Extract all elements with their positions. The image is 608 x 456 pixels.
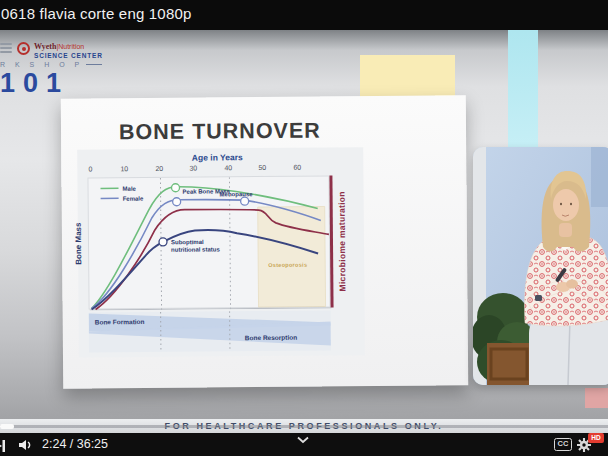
wyeth-logo: Wyeth|Nutrition SCIENCE CENTER xyxy=(34,40,103,60)
x-tick: 50 xyxy=(250,164,274,171)
wyeth-subtitle: SCIENCE CENTER xyxy=(34,52,103,60)
workshop-label: R K S H O P xyxy=(0,61,102,68)
legend-male-label: Male xyxy=(123,186,137,192)
progress-played xyxy=(0,424,14,429)
x-axis-line xyxy=(90,308,332,310)
video-player: 0618 flavia corte eng 1080p Wyeth|Nutrit… xyxy=(0,0,608,456)
workshop-number: 101 xyxy=(0,68,69,99)
peak-marker-female xyxy=(173,198,181,206)
workshop-dash xyxy=(86,64,102,66)
menopause-label: Menopause xyxy=(220,191,254,197)
y-axis-label: Bone Mass xyxy=(70,178,87,310)
osteoporosis-region xyxy=(258,206,326,307)
wyeth-division: |Nutrition xyxy=(56,43,84,50)
x-tick: 20 xyxy=(147,165,171,172)
suboptimal-label-2: nutritional status xyxy=(171,246,220,252)
osteoporosis-label: Osteoporosis xyxy=(268,262,307,268)
hd-badge: HD xyxy=(588,433,604,443)
time-display: 2:24 / 36:25 xyxy=(42,437,108,451)
progress-bar[interactable] xyxy=(0,425,608,428)
x-tick: 60 xyxy=(285,164,309,171)
presenter-video-inset xyxy=(473,147,608,385)
suboptimal-marker xyxy=(159,238,167,246)
next-button[interactable] xyxy=(0,438,7,454)
cyan-strip xyxy=(508,30,538,147)
presenter-scene xyxy=(473,147,608,385)
x-tick: 40 xyxy=(216,164,240,171)
video-title: 0618 flavia corte eng 1080p xyxy=(1,5,192,22)
menopause-marker xyxy=(241,197,249,205)
video-canvas[interactable]: Wyeth|Nutrition SCIENCE CENTER R K S H O… xyxy=(0,30,608,433)
pink-block xyxy=(585,388,608,408)
chevron-down-icon[interactable] xyxy=(296,436,310,444)
wyeth-name: Wyeth xyxy=(34,42,56,51)
yellow-note-block xyxy=(360,55,455,100)
plot-area: Male Female Peak Bone Mass Menopause Sub… xyxy=(87,175,330,309)
cc-button[interactable]: CC xyxy=(554,438,572,451)
player-controls: 2:24 / 36:25 CC HD xyxy=(0,433,608,456)
legend-female-label: Female xyxy=(123,196,144,202)
volume-icon[interactable] xyxy=(17,437,33,453)
x-tick: 10 xyxy=(112,165,136,172)
bone-mass-chart: Age in Years 0 10 20 30 40 50 60 xyxy=(77,147,365,357)
microbiome-axis-label: Microbiome maturation xyxy=(333,175,350,307)
video-titlebar: 0618 flavia corte eng 1080p xyxy=(0,0,608,30)
peak-marker-male xyxy=(171,184,179,192)
formation-resorption-band: Bone Formation Bone Resorption xyxy=(89,310,331,352)
suboptimal-label-1: Suboptimal xyxy=(171,239,204,245)
wristwatch xyxy=(535,295,542,301)
x-tick: 0 xyxy=(78,165,102,172)
slide-title: BONE TURNOVER xyxy=(119,119,321,146)
wooden-planter xyxy=(487,343,531,385)
presentation-slide: BONE TURNOVER Age in Years 0 10 20 30 40… xyxy=(61,95,469,389)
x-tick: 30 xyxy=(181,165,205,172)
wyeth-emblem-icon xyxy=(17,42,30,55)
partner-logo-partial xyxy=(0,41,12,55)
x-axis-title: Age in Years xyxy=(147,152,287,163)
bone-formation-label: Bone Formation xyxy=(95,318,145,325)
